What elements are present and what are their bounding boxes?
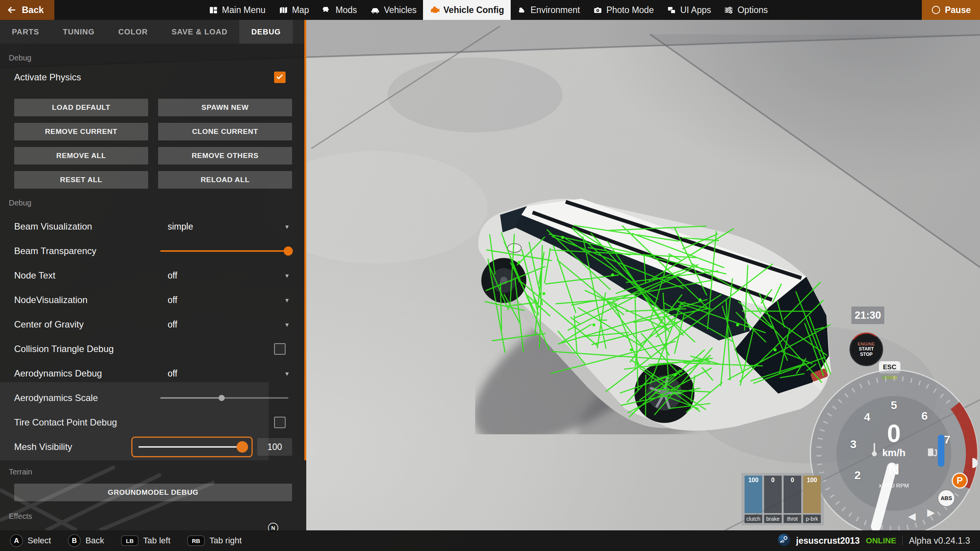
chevron-down-icon: ▼ bbox=[284, 223, 290, 230]
online-status: ONLINE bbox=[866, 536, 896, 545]
aerodynamics-debug-select[interactable]: off ▼ bbox=[160, 368, 292, 379]
gamepad-rb-icon: RB bbox=[187, 535, 205, 546]
tab-debug[interactable]: DEBUG bbox=[239, 20, 292, 44]
setting-row: Collision Triangle Debug bbox=[14, 337, 292, 361]
top-menu-bar: Back Main Menu Map Mods bbox=[0, 0, 980, 20]
setting-row: Node Text off ▼ bbox=[14, 263, 292, 288]
debug-action-buttons: LOAD DEFAULT SPAWN NEW REMOVE CURRENT CL… bbox=[14, 99, 292, 189]
parkbrake-label: p-brk bbox=[803, 515, 821, 523]
clutch-meter: 100 bbox=[745, 476, 762, 513]
clock-badge: 21:30 bbox=[851, 306, 884, 324]
menu-item-photo-mode[interactable]: Photo Mode bbox=[586, 0, 660, 20]
remove-current-button[interactable]: REMOVE CURRENT bbox=[14, 123, 148, 140]
gamepad-a-icon: A bbox=[10, 534, 23, 547]
menu-item-options[interactable]: Options bbox=[717, 0, 774, 20]
back-button[interactable]: Back bbox=[0, 0, 54, 20]
chevron-down-icon: ▼ bbox=[284, 321, 290, 328]
center-of-gravity-select[interactable]: off ▼ bbox=[160, 320, 292, 330]
tach-number: 3 bbox=[850, 438, 857, 451]
reset-all-button[interactable]: RESET ALL bbox=[14, 171, 148, 189]
beam-visualization-select[interactable]: simple ▼ bbox=[160, 222, 292, 232]
tab-parts[interactable]: PARTS bbox=[0, 20, 51, 44]
slider-knob[interactable] bbox=[219, 395, 225, 401]
menu-item-mods[interactable]: Mods bbox=[315, 0, 363, 20]
username: jesuscrust2013 bbox=[796, 536, 860, 546]
config-tab-bar: PARTS TUNING COLOR SAVE & LOAD DEBUG bbox=[0, 20, 306, 44]
menu-item-vehicle-config[interactable]: Vehicle Config bbox=[423, 0, 510, 20]
activate-physics-row: Activate Physics bbox=[14, 65, 292, 90]
vehicle-config-panel: PARTS TUNING COLOR SAVE & LOAD DEBUG Deb… bbox=[0, 20, 306, 530]
mods-puzzle-icon bbox=[322, 5, 332, 15]
gamepad-lb-icon: LB bbox=[121, 535, 139, 546]
game-version: Alpha v0.24.1.3 bbox=[909, 536, 970, 546]
tach-number: 4 bbox=[864, 411, 871, 424]
beam-transparency-slider[interactable] bbox=[160, 245, 288, 257]
node-visualization-select[interactable]: off ▼ bbox=[160, 295, 292, 305]
mesh-visibility-slider-focus bbox=[131, 437, 253, 457]
tab-tuning[interactable]: TUNING bbox=[51, 20, 106, 44]
pause-icon bbox=[931, 5, 941, 15]
spawn-new-button[interactable]: SPAWN NEW bbox=[158, 99, 292, 116]
clone-current-button[interactable]: CLONE CURRENT bbox=[158, 123, 292, 140]
mesh-visibility-slider[interactable] bbox=[139, 441, 242, 453]
tab-save-load[interactable]: SAVE & LOAD bbox=[160, 20, 239, 44]
chevron-down-icon: ▼ bbox=[284, 370, 290, 377]
game-screen: 21:30 ENGINE START STOP ESC 2 3 4 5 bbox=[0, 0, 980, 551]
reload-all-button[interactable]: RELOAD ALL bbox=[158, 171, 292, 189]
slider-knob[interactable] bbox=[237, 441, 248, 453]
back-label: Back bbox=[22, 5, 44, 15]
hint-back: B Back bbox=[68, 534, 104, 547]
gear-indicator: N bbox=[889, 461, 900, 478]
remove-all-button[interactable]: REMOVE ALL bbox=[14, 147, 148, 165]
check-icon bbox=[276, 73, 283, 79]
engine-icon bbox=[430, 5, 439, 15]
steam-icon bbox=[778, 534, 790, 548]
side-mirror bbox=[508, 244, 521, 253]
parking-brake-indicator: P bbox=[952, 473, 968, 489]
remove-others-button[interactable]: REMOVE OTHERS bbox=[158, 147, 292, 165]
setting-row: Beam Transparency bbox=[14, 239, 292, 263]
activate-physics-checkbox[interactable] bbox=[274, 72, 286, 83]
main-menu-icon bbox=[209, 5, 218, 15]
node-text-select[interactable]: off ▼ bbox=[160, 271, 292, 281]
load-default-button[interactable]: LOAD DEFAULT bbox=[14, 99, 148, 116]
menu-item-ui-apps[interactable]: UI Apps bbox=[660, 0, 718, 20]
throttle-meter: 0 bbox=[784, 476, 801, 513]
back-arrow-icon bbox=[7, 5, 17, 15]
pause-button[interactable]: Pause bbox=[922, 0, 980, 20]
turn-signal-left-icon: ◀ bbox=[908, 510, 916, 522]
hint-tab-right: RB Tab right bbox=[187, 535, 242, 546]
slider-knob[interactable] bbox=[284, 246, 293, 256]
brake-label: brake bbox=[764, 515, 782, 523]
collision-triangle-debug-checkbox[interactable] bbox=[274, 343, 286, 355]
speed-value: 0 bbox=[887, 419, 901, 448]
tire-contact-point-debug-checkbox[interactable] bbox=[274, 417, 286, 428]
setting-row: NodeVisualization off ▼ bbox=[14, 288, 292, 312]
setting-row: Aerodynamics Debug off ▼ bbox=[14, 361, 292, 386]
turn-signal-right-icon: ▶ bbox=[927, 507, 935, 518]
options-sliders-icon bbox=[724, 5, 733, 15]
tach-number: 2 bbox=[854, 469, 861, 482]
speed-unit: km/h bbox=[882, 447, 906, 459]
throttle-label: throt bbox=[784, 515, 801, 523]
divider bbox=[902, 536, 903, 546]
aerodynamics-scale-slider[interactable] bbox=[160, 392, 288, 404]
status-bar: A Select B Back LB Tab left RB Tab right… bbox=[0, 530, 980, 551]
top-menu: Main Menu Map Mods Vehicles bbox=[54, 0, 922, 20]
engine-label: ENGINE bbox=[858, 342, 875, 346]
engine-start-stop-button[interactable]: ENGINE START STOP bbox=[849, 333, 883, 366]
groundmodel-debug-button[interactable]: GROUNDMODEL DEBUG bbox=[14, 484, 292, 501]
menu-item-main-menu[interactable]: Main Menu bbox=[202, 0, 272, 20]
menu-item-environment[interactable]: Environment bbox=[511, 0, 586, 20]
tab-color[interactable]: COLOR bbox=[106, 20, 160, 44]
clutch-label: clutch bbox=[745, 515, 762, 523]
menu-item-map[interactable]: Map bbox=[272, 0, 316, 20]
section-title-terrain: Terrain bbox=[9, 466, 292, 478]
setting-row: Aerodynamics Scale bbox=[14, 386, 292, 410]
menu-item-vehicles[interactable]: Vehicles bbox=[364, 0, 423, 20]
setting-row: Tire Contact Point Debug bbox=[14, 410, 292, 435]
mesh-visibility-value: 100 bbox=[257, 438, 292, 456]
active-tab-accent bbox=[304, 20, 306, 460]
ui-apps-windows-icon bbox=[667, 5, 676, 15]
tach-number: 5 bbox=[891, 399, 897, 412]
